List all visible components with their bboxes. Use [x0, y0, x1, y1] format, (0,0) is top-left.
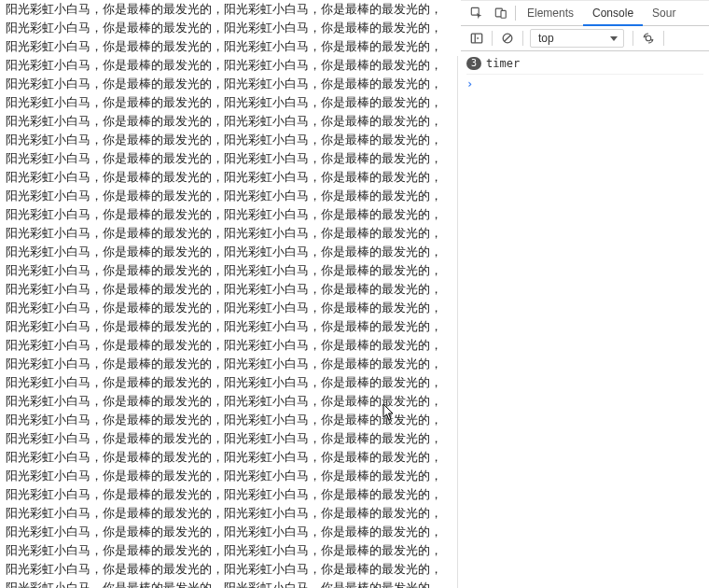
devtools-tabbar: Elements Console Sour — [461, 1, 709, 26]
svg-rect-3 — [471, 34, 481, 43]
console-output: 3 timer › — [461, 51, 709, 588]
console-prompt-row[interactable]: › — [466, 75, 703, 93]
chevron-down-icon — [610, 36, 618, 41]
repeated-output: 阳光彩虹小白马，你是最棒的最发光的，阳光彩虹小白马，你是最棒的最发光的，阳光彩虹… — [6, 2, 442, 588]
tab-sources[interactable]: Sour — [643, 1, 685, 26]
log-message: timer — [486, 57, 520, 70]
console-toolbar: top — [461, 26, 709, 51]
context-label: top — [538, 32, 554, 45]
console-input[interactable] — [479, 77, 703, 91]
prompt-caret-icon: › — [466, 77, 473, 91]
page-body-text: 阳光彩虹小白马，你是最棒的最发光的，阳光彩虹小白马，你是最棒的最发光的，阳光彩虹… — [0, 0, 457, 588]
toolbar-separator — [663, 31, 664, 46]
toolbar-separator — [633, 31, 633, 46]
devtools-panel: Elements Console Sour top — [461, 0, 709, 588]
inspect-element-icon[interactable] — [465, 1, 489, 25]
console-log-row[interactable]: 3 timer — [466, 55, 703, 75]
live-expression-icon[interactable] — [636, 26, 660, 50]
execution-context-selector[interactable]: top — [530, 29, 624, 48]
svg-rect-2 — [501, 10, 506, 18]
toolbar-separator — [492, 31, 493, 46]
tab-console[interactable]: Console — [583, 1, 643, 26]
toolbar-separator — [522, 31, 523, 46]
device-toolbar-icon[interactable] — [489, 1, 513, 25]
svg-point-7 — [646, 35, 651, 41]
tab-elements[interactable]: Elements — [518, 1, 583, 26]
tab-separator — [515, 6, 516, 21]
log-repeat-count: 3 — [466, 57, 481, 70]
clear-console-icon[interactable] — [495, 26, 520, 50]
console-sidebar-toggle-icon[interactable] — [465, 26, 489, 50]
pane-splitter[interactable] — [457, 0, 461, 588]
svg-line-6 — [505, 35, 511, 42]
